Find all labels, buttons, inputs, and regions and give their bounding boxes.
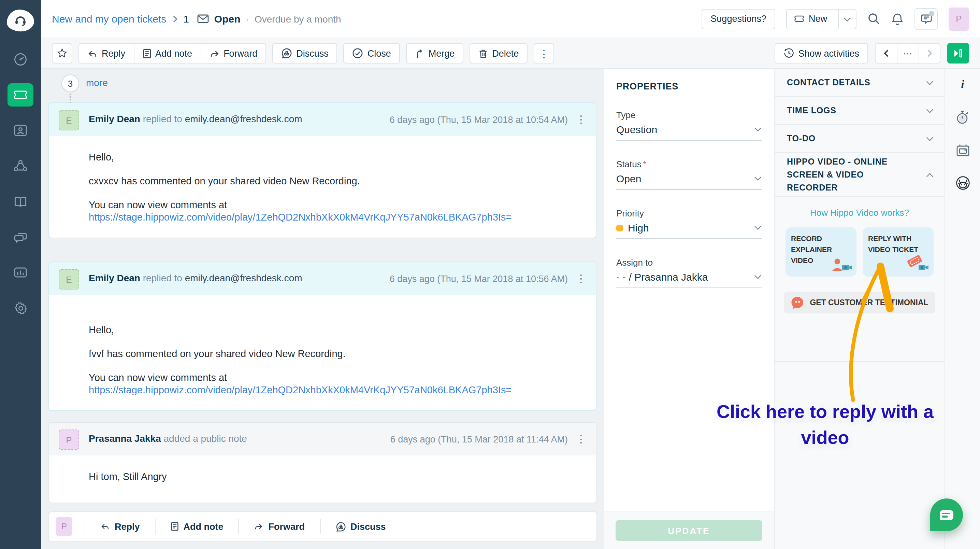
message-card: E Emily Dean replied to emily.dean@fresh…: [48, 102, 597, 238]
contact-info-icon[interactable]: i: [955, 77, 970, 92]
message-kebab-icon[interactable]: ⋮: [576, 113, 586, 126]
video-link[interactable]: https://stage.hippowiz.com/video/play/1Z…: [89, 212, 512, 223]
priority-color-swatch: [616, 224, 623, 231]
composer-discuss-button[interactable]: Discuss: [320, 519, 401, 534]
merge-icon: [415, 48, 425, 58]
composer-reply-button[interactable]: Reply: [84, 519, 155, 534]
show-more-link[interactable]: more: [86, 77, 108, 88]
toolbar-right: Show activities ⋯: [774, 43, 969, 64]
more-options-button[interactable]: ⋮: [534, 43, 554, 64]
dot-separator: ·: [246, 13, 249, 24]
ticket-status: Open: [214, 13, 240, 25]
search-icon[interactable]: [867, 12, 880, 25]
ticket-icon: [794, 14, 805, 23]
ticket-toolbar: Reply Add note Forward Discuss Close Mer…: [41, 38, 980, 69]
nav-reports-icon[interactable]: [8, 261, 33, 284]
nav-admin-icon[interactable]: [8, 296, 33, 319]
reply-button[interactable]: Reply: [78, 43, 134, 64]
panel-toggle-icon: [953, 48, 964, 58]
chevron-down-icon: [926, 106, 933, 113]
next-ticket-button[interactable]: [919, 43, 940, 64]
delete-button[interactable]: Delete: [469, 43, 528, 64]
hippo-video-app-icon[interactable]: [955, 176, 970, 190]
email-source-icon: [197, 14, 209, 23]
chat-widget-button[interactable]: [930, 498, 963, 531]
composer-avatar: P: [56, 517, 72, 536]
status-value: Open: [616, 173, 762, 184]
nav-dashboard-icon[interactable]: [8, 48, 33, 71]
note-card: P Prasanna Jakka added a public note 6 d…: [48, 422, 597, 503]
star-button[interactable]: [52, 43, 72, 64]
type-field[interactable]: Type Question: [616, 110, 762, 140]
priority-field[interactable]: Priority High: [616, 208, 762, 239]
merge-button[interactable]: Merge: [406, 43, 464, 64]
note-icon: [142, 48, 151, 58]
nav-contacts-icon[interactable]: [8, 119, 33, 142]
add-note-button[interactable]: Add note: [134, 43, 200, 64]
todo-section[interactable]: TO-DO: [775, 125, 945, 153]
annotation-text: Click here to reply with a video: [710, 399, 940, 451]
composer-forward-button[interactable]: Forward: [239, 519, 320, 534]
new-ticket-button[interactable]: New: [786, 8, 856, 29]
time-logs-section[interactable]: TIME LOGS: [775, 97, 945, 125]
chevron-down-icon: [926, 134, 933, 141]
freshdesk-logo-icon[interactable]: [7, 10, 34, 32]
ticket-pager: ⋯: [875, 43, 940, 64]
collapse-panel-button[interactable]: [947, 43, 969, 64]
chat-bubble-icon: [940, 510, 953, 520]
message-kebab-icon[interactable]: ⋮: [576, 273, 586, 285]
type-value: Question: [616, 124, 762, 135]
suggestions-button[interactable]: Suggestions?: [702, 8, 775, 29]
todo-calendar-icon[interactable]: [955, 143, 970, 158]
video-link[interactable]: https://stage.hippowiz.com/video/play/1Z…: [89, 385, 512, 395]
forward-button[interactable]: Forward: [200, 43, 266, 64]
note-icon: [170, 522, 179, 531]
previous-ticket-button[interactable]: [875, 43, 897, 64]
star-icon: [57, 48, 68, 59]
reply-group: Reply Add note Forward: [78, 43, 266, 64]
message-card: E Emily Dean replied to emily.dean@fresh…: [48, 262, 597, 411]
composer-add-note-button[interactable]: Add note: [155, 519, 239, 534]
breadcrumb: New and my open tickets 1 Open · Overdue…: [52, 13, 341, 25]
show-activities-button[interactable]: Show activities: [774, 43, 868, 64]
thread-connector: [70, 94, 71, 103]
sender-name[interactable]: Emily Dean: [89, 113, 140, 124]
feedback-chat-icon[interactable]: [915, 8, 938, 30]
breadcrumb-filter-link[interactable]: New and my open tickets: [52, 13, 166, 25]
close-button[interactable]: Close: [344, 43, 400, 64]
nav-items: [0, 48, 41, 319]
assign-to-field[interactable]: Assign to - - / Prasanna Jakka: [616, 257, 762, 288]
composer-bar: P Reply Add note Forward Discuss: [48, 511, 597, 541]
timestamp: 6 days ago (Thu, 15 Mar 2018 at 11:44 AM…: [390, 434, 568, 444]
new-dropdown-caret[interactable]: [838, 9, 856, 28]
update-button[interactable]: UPDATE: [616, 520, 762, 541]
assignee-value: - - / Prasanna Jakka: [616, 271, 762, 283]
avatar: P: [59, 429, 79, 450]
message-kebab-icon[interactable]: ⋮: [576, 433, 586, 445]
nav-social-icon[interactable]: [8, 154, 33, 177]
discuss-icon: [336, 521, 346, 531]
contact-details-section[interactable]: CONTACT DETAILS: [775, 69, 945, 97]
hippo-how-it-works-link[interactable]: How Hippo Video works?: [775, 207, 945, 218]
collapsed-count-badge[interactable]: 3: [61, 74, 79, 92]
sender-name[interactable]: Prasanna Jakka: [89, 433, 161, 444]
status-field[interactable]: Status* Open: [616, 159, 762, 190]
discuss-button[interactable]: Discuss: [272, 43, 337, 64]
user-avatar[interactable]: P: [948, 7, 969, 30]
nav-solutions-icon[interactable]: [8, 190, 33, 213]
collapsed-messages-row: 3 more: [41, 69, 604, 102]
hippo-video-section[interactable]: HIPPO VIDEO - ONLINE SCREEN & VIDEO RECO…: [775, 153, 945, 197]
timestamp: 6 days ago (Thu, 15 Mar 2018 at 10:54 AM…: [390, 114, 568, 124]
nav-tickets-icon[interactable]: [8, 83, 33, 107]
nav-forums-icon[interactable]: [8, 225, 33, 249]
header-actions: Suggestions? New P: [702, 7, 969, 30]
sender-name[interactable]: Emily Dean: [89, 273, 140, 283]
stopwatch-icon[interactable]: [955, 110, 970, 125]
notifications-bell-icon[interactable]: [891, 12, 904, 26]
properties-footer: UPDATE: [604, 511, 774, 549]
annotation-arrow: [845, 258, 904, 407]
pager-more-button[interactable]: ⋯: [897, 43, 919, 64]
chevron-up-icon: [926, 173, 933, 180]
close-check-icon: [353, 48, 363, 59]
freshdesk-ticket-screen: New and my open tickets 1 Open · Overdue…: [0, 0, 980, 549]
